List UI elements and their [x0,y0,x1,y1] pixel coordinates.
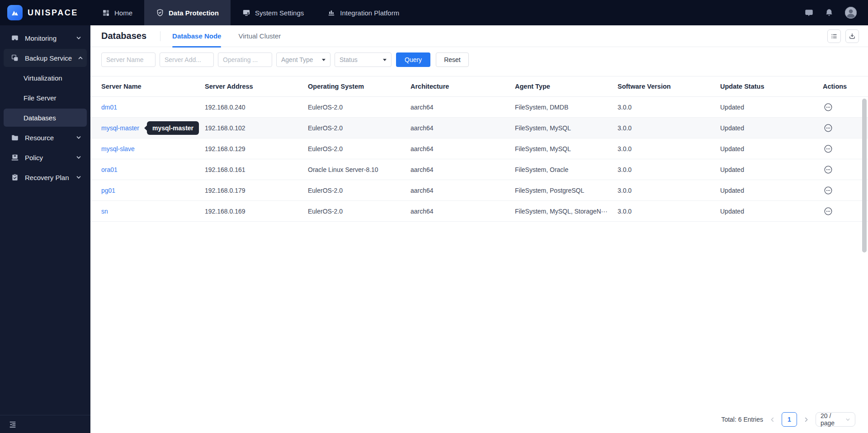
column-header: Update Status [720,83,823,90]
table-cell-update-status: Updated [720,187,823,194]
chevron-down-icon [76,135,81,140]
chevron-down-icon [845,417,850,422]
ellipsis-circle-icon[interactable] [824,207,833,216]
table-row: sn192.168.0.169EulerOS-2.0aarch64FileSys… [90,201,868,222]
previous-page-button[interactable] [769,417,775,423]
row-actions[interactable] [823,124,868,133]
sidebar-item-label: Resource [25,134,54,142]
server-name-link[interactable]: mysql-slave [101,145,205,152]
servers-table: Server NameServer AddressOperating Syste… [90,76,868,222]
table-cell-agent-type: FileSystem, Oracle [515,166,618,173]
table-cell-operating-system: EulerOS-2.0 [308,187,410,194]
server-name-input[interactable] [101,52,156,67]
caret-down-icon [322,59,326,63]
table-cell-software-version: 3.0.0 [618,145,720,152]
avatar[interactable] [844,6,857,19]
agent-type-select-label: Agent Type [281,56,313,63]
column-settings-button[interactable] [827,29,841,43]
bell-icon[interactable] [825,8,834,17]
table-cell-agent-type: FileSystem, MySQL [515,145,618,152]
bar-chart-icon [327,9,335,17]
table-cell-server-address: 192.168.0.179 [205,187,308,194]
page-size-label: 20 / page [821,412,845,427]
message-icon[interactable] [804,8,814,18]
nav-integration-platform[interactable]: Integration Platform [316,0,411,25]
column-header: Agent Type [515,83,618,90]
row-actions[interactable] [823,144,868,153]
table-cell-agent-type: FileSystem, DMDB [515,104,618,111]
nav-home[interactable]: Home [90,0,144,25]
sidebar-item-file-server[interactable]: File Server [4,89,87,107]
sidebar-item-label: File Server [24,94,57,102]
table-row: mysql-slave192.168.0.129EulerOS-2.0aarch… [90,138,868,159]
status-select-label: Status [340,56,358,63]
table-cell-operating-system: EulerOS-2.0 [308,104,410,111]
sidebar-menu: Monitoring Backup Service Virtualization… [0,25,90,186]
table-cell-software-version: 3.0.0 [618,166,720,173]
sidebar-item-resource[interactable]: Resource [4,128,87,147]
export-button[interactable] [845,29,859,43]
column-header: Software Version [618,83,720,90]
row-actions[interactable] [823,186,868,195]
sidebar-item-label: Databases [24,114,56,122]
sidebar-item-label: Monitoring [25,34,57,42]
sidebar-item-backup-service[interactable]: Backup Service [4,49,87,67]
table-header: Server NameServer AddressOperating Syste… [90,76,868,97]
agent-type-select[interactable]: Agent Type [276,52,330,67]
table-cell-agent-type: FileSystem, MySQL [515,124,618,132]
page-size-select[interactable]: 20 / page [816,412,855,427]
reset-button[interactable]: Reset [436,52,469,67]
table-cell-software-version: 3.0.0 [618,208,720,215]
server-name-link[interactable]: ora01 [101,166,205,173]
next-page-button[interactable] [803,417,809,423]
table-cell-update-status: Updated [720,166,823,173]
table-cell-server-address: 192.168.0.169 [205,208,308,215]
header-actions [827,29,859,43]
sidebar-item-monitoring[interactable]: Monitoring [4,29,87,47]
table-cell-update-status: Updated [720,145,823,152]
header-divider [160,31,160,41]
sidebar-item-virtualization[interactable]: Virtualization [4,69,87,87]
table-cell-operating-system: EulerOS-2.0 [308,124,410,132]
tab-virtual-cluster[interactable]: Virtual Cluster [238,25,281,47]
caret-down-icon [383,59,387,63]
server-address-input[interactable] [160,52,214,67]
top-navigation: Home Data Protection System Settings Int… [90,0,411,25]
query-button[interactable]: Query [396,52,430,67]
ellipsis-circle-icon[interactable] [824,186,833,195]
sidebar-item-databases[interactable]: Databases [4,109,87,127]
nav-data-protection[interactable]: Data Protection [144,0,231,25]
server-name-link[interactable]: dm01 [101,104,205,111]
monitor-icon [242,9,250,17]
tab-database-node[interactable]: Database Node [172,25,221,47]
collapse-sidebar-icon[interactable] [9,420,17,428]
nav-system-settings[interactable]: System Settings [231,0,316,25]
table-cell-architecture: aarch64 [410,104,515,111]
ellipsis-circle-icon[interactable] [824,165,833,174]
topbar: UNISPACE Home Data Protection System Set… [0,0,868,25]
table-cell-architecture: aarch64 [410,187,515,194]
operating-system-input[interactable] [218,52,272,67]
monitoring-icon [11,34,19,42]
table-row: dm01192.168.0.240EulerOS-2.0aarch64FileS… [90,97,868,118]
status-select[interactable]: Status [335,52,392,67]
server-name-link[interactable]: pg01 [101,187,205,194]
ellipsis-circle-icon[interactable] [824,144,833,153]
vertical-scrollbar[interactable] [862,99,867,252]
nav-data-protection-label: Data Protection [169,9,219,17]
row-actions[interactable] [823,103,868,112]
topbar-right [804,0,868,25]
sidebar-item-label: Backup Service [25,54,72,62]
row-actions[interactable] [823,165,868,174]
ellipsis-circle-icon[interactable] [824,124,833,133]
page-number-button[interactable]: 1 [782,412,797,427]
server-name-link[interactable]: sn [101,208,205,215]
chevron-up-icon [78,55,83,61]
table-row: mysql-master192.168.0.102EulerOS-2.0aarc… [90,118,868,138]
row-actions[interactable] [823,207,868,216]
ellipsis-circle-icon[interactable] [824,103,833,112]
table-body: dm01192.168.0.240EulerOS-2.0aarch64FileS… [90,97,868,222]
sidebar-item-recovery-plan[interactable]: Recovery Plan [4,168,87,186]
folder-icon [11,133,19,142]
sidebar-item-policy[interactable]: Policy [4,148,87,167]
